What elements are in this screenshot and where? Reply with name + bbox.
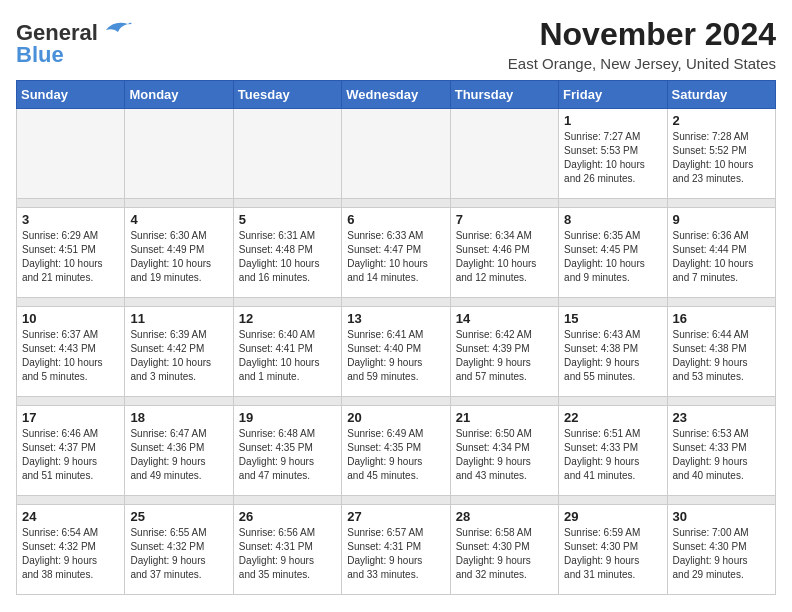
day-number: 27: [347, 509, 444, 524]
day-number: 2: [673, 113, 770, 128]
calendar-cell: 18Sunrise: 6:47 AM Sunset: 4:36 PM Dayli…: [125, 406, 233, 496]
day-info: Sunrise: 6:50 AM Sunset: 4:34 PM Dayligh…: [456, 427, 553, 483]
calendar-cell: 5Sunrise: 6:31 AM Sunset: 4:48 PM Daylig…: [233, 208, 341, 298]
day-info: Sunrise: 6:44 AM Sunset: 4:38 PM Dayligh…: [673, 328, 770, 384]
page-header: General Blue November 2024 East Orange, …: [16, 16, 776, 72]
spacer-cell: [450, 199, 558, 208]
day-number: 4: [130, 212, 227, 227]
day-number: 13: [347, 311, 444, 326]
logo-blue: Blue: [16, 42, 64, 68]
calendar-cell: 24Sunrise: 6:54 AM Sunset: 4:32 PM Dayli…: [17, 505, 125, 595]
day-info: Sunrise: 6:39 AM Sunset: 4:42 PM Dayligh…: [130, 328, 227, 384]
day-info: Sunrise: 6:40 AM Sunset: 4:41 PM Dayligh…: [239, 328, 336, 384]
calendar-week-row: 3Sunrise: 6:29 AM Sunset: 4:51 PM Daylig…: [17, 208, 776, 298]
calendar-cell: [17, 109, 125, 199]
calendar-week-row: 1Sunrise: 7:27 AM Sunset: 5:53 PM Daylig…: [17, 109, 776, 199]
day-number: 24: [22, 509, 119, 524]
calendar-week-row: 24Sunrise: 6:54 AM Sunset: 4:32 PM Dayli…: [17, 505, 776, 595]
day-number: 6: [347, 212, 444, 227]
calendar-cell: 12Sunrise: 6:40 AM Sunset: 4:41 PM Dayli…: [233, 307, 341, 397]
calendar-cell: 30Sunrise: 7:00 AM Sunset: 4:30 PM Dayli…: [667, 505, 775, 595]
week-spacer-row: [17, 496, 776, 505]
calendar-cell: 27Sunrise: 6:57 AM Sunset: 4:31 PM Dayli…: [342, 505, 450, 595]
calendar-cell: 6Sunrise: 6:33 AM Sunset: 4:47 PM Daylig…: [342, 208, 450, 298]
spacer-cell: [667, 397, 775, 406]
week-spacer-row: [17, 298, 776, 307]
spacer-cell: [233, 397, 341, 406]
spacer-cell: [667, 298, 775, 307]
calendar-cell: 19Sunrise: 6:48 AM Sunset: 4:35 PM Dayli…: [233, 406, 341, 496]
day-number: 30: [673, 509, 770, 524]
day-info: Sunrise: 7:27 AM Sunset: 5:53 PM Dayligh…: [564, 130, 661, 186]
spacer-cell: [559, 199, 667, 208]
day-info: Sunrise: 6:37 AM Sunset: 4:43 PM Dayligh…: [22, 328, 119, 384]
day-number: 19: [239, 410, 336, 425]
day-info: Sunrise: 6:58 AM Sunset: 4:30 PM Dayligh…: [456, 526, 553, 582]
title-block: November 2024 East Orange, New Jersey, U…: [508, 16, 776, 72]
calendar-cell: 28Sunrise: 6:58 AM Sunset: 4:30 PM Dayli…: [450, 505, 558, 595]
calendar-cell: 16Sunrise: 6:44 AM Sunset: 4:38 PM Dayli…: [667, 307, 775, 397]
day-number: 16: [673, 311, 770, 326]
day-info: Sunrise: 6:36 AM Sunset: 4:44 PM Dayligh…: [673, 229, 770, 285]
calendar-cell: 10Sunrise: 6:37 AM Sunset: 4:43 PM Dayli…: [17, 307, 125, 397]
day-number: 11: [130, 311, 227, 326]
spacer-cell: [342, 298, 450, 307]
day-number: 10: [22, 311, 119, 326]
spacer-cell: [17, 397, 125, 406]
calendar-cell: 2Sunrise: 7:28 AM Sunset: 5:52 PM Daylig…: [667, 109, 775, 199]
day-info: Sunrise: 6:47 AM Sunset: 4:36 PM Dayligh…: [130, 427, 227, 483]
day-info: Sunrise: 6:29 AM Sunset: 4:51 PM Dayligh…: [22, 229, 119, 285]
calendar-cell: 11Sunrise: 6:39 AM Sunset: 4:42 PM Dayli…: [125, 307, 233, 397]
calendar-cell: 8Sunrise: 6:35 AM Sunset: 4:45 PM Daylig…: [559, 208, 667, 298]
week-spacer-row: [17, 397, 776, 406]
calendar-cell: 20Sunrise: 6:49 AM Sunset: 4:35 PM Dayli…: [342, 406, 450, 496]
day-info: Sunrise: 7:00 AM Sunset: 4:30 PM Dayligh…: [673, 526, 770, 582]
calendar-cell: 25Sunrise: 6:55 AM Sunset: 4:32 PM Dayli…: [125, 505, 233, 595]
weekday-header-sunday: Sunday: [17, 81, 125, 109]
day-number: 18: [130, 410, 227, 425]
spacer-cell: [559, 298, 667, 307]
day-number: 7: [456, 212, 553, 227]
calendar-cell: [342, 109, 450, 199]
day-info: Sunrise: 6:48 AM Sunset: 4:35 PM Dayligh…: [239, 427, 336, 483]
calendar-cell: 14Sunrise: 6:42 AM Sunset: 4:39 PM Dayli…: [450, 307, 558, 397]
calendar-week-row: 10Sunrise: 6:37 AM Sunset: 4:43 PM Dayli…: [17, 307, 776, 397]
day-number: 1: [564, 113, 661, 128]
calendar-cell: 1Sunrise: 7:27 AM Sunset: 5:53 PM Daylig…: [559, 109, 667, 199]
day-info: Sunrise: 7:28 AM Sunset: 5:52 PM Dayligh…: [673, 130, 770, 186]
location-subtitle: East Orange, New Jersey, United States: [508, 55, 776, 72]
logo: General Blue: [16, 20, 132, 68]
calendar-cell: 4Sunrise: 6:30 AM Sunset: 4:49 PM Daylig…: [125, 208, 233, 298]
spacer-cell: [342, 397, 450, 406]
day-number: 8: [564, 212, 661, 227]
day-info: Sunrise: 6:46 AM Sunset: 4:37 PM Dayligh…: [22, 427, 119, 483]
spacer-cell: [559, 397, 667, 406]
day-info: Sunrise: 6:34 AM Sunset: 4:46 PM Dayligh…: [456, 229, 553, 285]
calendar-table: SundayMondayTuesdayWednesdayThursdayFrid…: [16, 80, 776, 595]
spacer-cell: [450, 298, 558, 307]
spacer-cell: [17, 298, 125, 307]
spacer-cell: [450, 397, 558, 406]
day-number: 21: [456, 410, 553, 425]
weekday-header-monday: Monday: [125, 81, 233, 109]
calendar-cell: 21Sunrise: 6:50 AM Sunset: 4:34 PM Dayli…: [450, 406, 558, 496]
day-info: Sunrise: 6:51 AM Sunset: 4:33 PM Dayligh…: [564, 427, 661, 483]
spacer-cell: [125, 496, 233, 505]
calendar-cell: 9Sunrise: 6:36 AM Sunset: 4:44 PM Daylig…: [667, 208, 775, 298]
weekday-header-thursday: Thursday: [450, 81, 558, 109]
day-number: 12: [239, 311, 336, 326]
day-number: 26: [239, 509, 336, 524]
day-info: Sunrise: 6:41 AM Sunset: 4:40 PM Dayligh…: [347, 328, 444, 384]
spacer-cell: [17, 496, 125, 505]
spacer-cell: [233, 496, 341, 505]
spacer-cell: [450, 496, 558, 505]
calendar-cell: [125, 109, 233, 199]
day-number: 22: [564, 410, 661, 425]
day-number: 28: [456, 509, 553, 524]
spacer-cell: [667, 496, 775, 505]
day-number: 5: [239, 212, 336, 227]
day-info: Sunrise: 6:35 AM Sunset: 4:45 PM Dayligh…: [564, 229, 661, 285]
day-number: 17: [22, 410, 119, 425]
weekday-header-saturday: Saturday: [667, 81, 775, 109]
calendar-cell: 23Sunrise: 6:53 AM Sunset: 4:33 PM Dayli…: [667, 406, 775, 496]
